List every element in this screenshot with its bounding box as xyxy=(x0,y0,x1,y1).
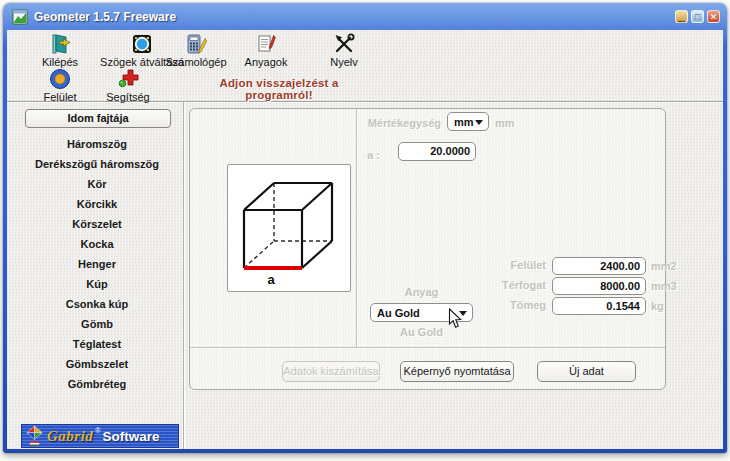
app-window: Geometer 1.5.7 Freeware ▁ □ ✕ Kilépés xyxy=(3,3,727,453)
close-button[interactable]: ✕ xyxy=(707,10,720,23)
titlebar: Geometer 1.5.7 Freeware ▁ □ ✕ xyxy=(3,3,727,30)
calculator-icon xyxy=(185,33,207,55)
unit-dropdown[interactable]: mm xyxy=(447,112,489,131)
panel-vertical-separator xyxy=(356,109,357,347)
surface-result-label: Felület xyxy=(458,259,546,271)
toolbar: Kilépés Szögek átváltása xyxy=(7,30,723,102)
unit-suffix-label: mm xyxy=(495,117,515,129)
main-panel: a Mértékegység mm mm a : 20.0000 Felület… xyxy=(189,108,666,390)
materials-document-icon xyxy=(255,33,277,55)
mass-result-field[interactable]: 0.1544 xyxy=(552,297,646,315)
sidebar-item-gomb[interactable]: Gömb xyxy=(13,314,181,334)
volume-result-field[interactable]: 8000.00 xyxy=(552,277,646,295)
toolbar-button-label: Segítség xyxy=(84,91,172,103)
registered-mark: ® xyxy=(95,427,100,434)
surface-circle-icon xyxy=(49,68,71,90)
window-title: Geometer 1.5.7 Freeware xyxy=(34,10,675,24)
vendor-logo: Gabrid ® Software xyxy=(21,424,179,448)
sidebar-item-csonka-kup[interactable]: Csonka kúp xyxy=(13,294,181,314)
minimize-icon: ▁ xyxy=(676,12,687,22)
chevron-down-icon xyxy=(475,120,483,125)
shape-list: Háromszög Derékszögű háromszög Kör Körci… xyxy=(13,134,181,394)
brand-suffix: Software xyxy=(103,429,160,444)
edge-a-label: a xyxy=(267,272,275,287)
material-dropdown-value: Au Gold xyxy=(377,307,420,319)
unit-dropdown-value: mm xyxy=(454,116,474,128)
calculate-data-button[interactable]: Adatok kiszámítása xyxy=(282,361,380,382)
volume-result-unit: mm3 xyxy=(651,280,677,292)
client-area: Kilépés Szögek átváltása xyxy=(7,30,723,449)
unit-label: Mértékegység xyxy=(340,117,441,129)
sidebar-item-korszelet[interactable]: Körszelet xyxy=(13,214,181,234)
exit-door-icon xyxy=(49,33,71,55)
sidebar-item-kor[interactable]: Kör xyxy=(13,174,181,194)
dimension-a-input[interactable]: 20.0000 xyxy=(398,142,476,161)
sidebar-item-derekszogu-haromszog[interactable]: Derékszögű háromszög xyxy=(13,154,181,174)
sidebar-header-shape-type: Idom fajtája xyxy=(25,109,171,128)
minimize-button[interactable]: ▁ xyxy=(675,10,688,23)
sidebar-item-teglatest[interactable]: Téglatest xyxy=(13,334,181,354)
cube-diagram: a xyxy=(228,166,350,291)
sidebar-item-henger[interactable]: Henger xyxy=(13,254,181,274)
toolbar-button-language[interactable]: Nyelv xyxy=(296,33,392,68)
close-icon: ✕ xyxy=(708,12,719,22)
surface-result-field[interactable]: 2400.00 xyxy=(552,257,646,275)
app-icon xyxy=(12,9,28,25)
dimension-a-label: a : xyxy=(348,149,380,161)
sidebar-item-kocka[interactable]: Kocka xyxy=(13,234,181,254)
maximize-icon: □ xyxy=(692,12,703,22)
help-cross-icon xyxy=(117,68,139,90)
sidebar-item-gombszelet[interactable]: Gömbszelet xyxy=(13,354,181,374)
maximize-button[interactable]: □ xyxy=(691,10,704,23)
sidebar-item-gombreteg[interactable]: Gömbréteg xyxy=(13,374,181,394)
crossed-tools-icon xyxy=(333,33,355,55)
vendor-logo-icon xyxy=(25,425,44,447)
sidebar-divider xyxy=(183,102,184,449)
print-screen-button[interactable]: Képernyő nyomtatása xyxy=(400,361,514,382)
toolbar-button-label: Nyelv xyxy=(296,56,392,68)
window-controls: ▁ □ ✕ xyxy=(675,10,720,23)
sidebar-item-korcikk[interactable]: Körcikk xyxy=(13,194,181,214)
chevron-down-icon xyxy=(459,311,467,316)
sidebar-item-kup[interactable]: Kúp xyxy=(13,274,181,294)
material-dropdown[interactable]: Au Gold xyxy=(370,303,473,322)
material-ghost-label: Au Gold xyxy=(370,326,473,338)
sidebar-item-haromszog[interactable]: Háromszög xyxy=(13,134,181,154)
material-label: Anyag xyxy=(370,286,473,298)
surface-result-unit: mm2 xyxy=(651,260,677,272)
new-data-button[interactable]: Új adat xyxy=(537,361,636,382)
brand-name: Gabrid xyxy=(47,428,93,445)
panel-horizontal-separator xyxy=(190,347,665,348)
shape-figure: a xyxy=(227,164,351,292)
toolbar-button-help[interactable]: Segítség xyxy=(84,68,172,103)
mass-result-unit: kg xyxy=(651,300,664,312)
feedback-banner: Adjon visszajelzést a programról! xyxy=(189,77,369,101)
